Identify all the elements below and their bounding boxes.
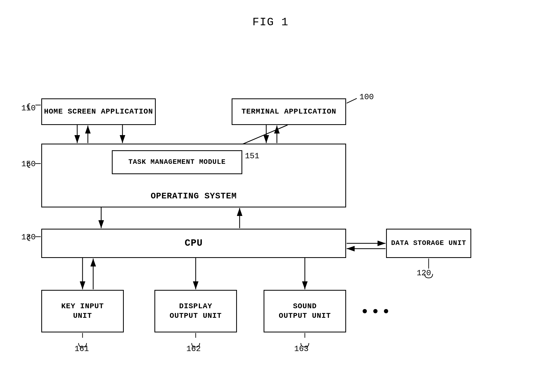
sound-output-unit-box: SOUND OUTPUT UNIT	[264, 290, 346, 332]
ref-110: 110	[21, 104, 36, 113]
ref-161: 161	[75, 344, 89, 353]
key-input-unit-box: KEY INPUT UNIT	[41, 290, 124, 332]
svg-point-26	[373, 309, 378, 313]
ref-151: 151	[245, 152, 259, 161]
svg-point-25	[363, 309, 367, 313]
ref-130: 130	[21, 233, 36, 242]
ref-120: 120	[417, 269, 431, 278]
task-management-module-box: TASK MANAGEMENT MODULE	[112, 150, 242, 174]
diagram-container: FIG 1	[0, 0, 541, 392]
terminal-application-box: TERMINAL APPLICATION	[232, 98, 346, 125]
svg-line-17	[347, 98, 357, 103]
data-storage-unit-box: DATA STORAGE UNIT	[386, 229, 471, 258]
ref-163: 163	[294, 344, 309, 353]
ref-150: 150	[21, 160, 36, 169]
ref-100: 100	[359, 93, 374, 102]
home-screen-application-box: HOME SCREEN APPLICATION	[41, 98, 156, 125]
ref-162: 162	[186, 344, 201, 353]
cpu-box: CPU	[41, 229, 346, 258]
figure-title: FIG 1	[252, 16, 289, 29]
svg-point-27	[384, 309, 388, 313]
display-output-unit-box: DISPLAY OUTPUT UNIT	[154, 290, 237, 332]
